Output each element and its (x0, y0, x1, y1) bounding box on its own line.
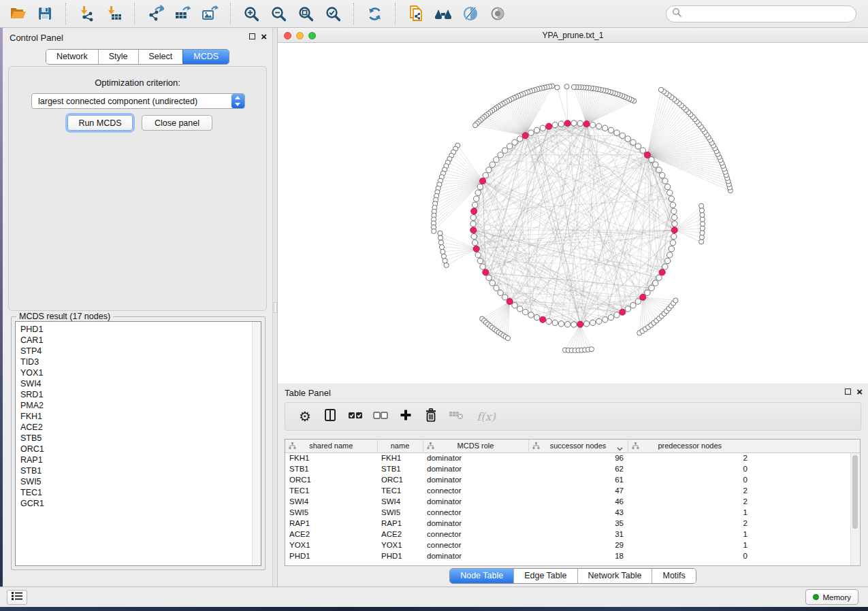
graph-node[interactable] (486, 167, 492, 172)
mcds-result-item[interactable]: YOX1 (20, 367, 261, 378)
table-cell[interactable]: 2 (628, 485, 752, 496)
mcds-result-item[interactable]: SRD1 (20, 389, 261, 400)
open-file-button[interactable] (4, 1, 31, 26)
graph-leaf-node[interactable] (571, 84, 576, 89)
mcds-list-scrollbar[interactable] (252, 322, 261, 565)
tab-select[interactable]: Select (138, 50, 183, 64)
graph-node[interactable] (672, 215, 677, 220)
mcds-result-item[interactable]: GCR1 (20, 498, 261, 509)
table-row[interactable]: FKH1FKH1dominator962 (285, 452, 860, 463)
mcds-result-item[interactable]: TID3 (20, 357, 261, 367)
toggle-graphics-details-button[interactable] (457, 1, 484, 26)
graph-node[interactable] (664, 258, 670, 263)
graph-hub-node[interactable] (640, 294, 646, 300)
graph-node[interactable] (470, 215, 476, 220)
table-cell[interactable]: 29 (528, 540, 628, 550)
graph-node[interactable] (528, 130, 534, 135)
mcds-result-list[interactable]: PHD1CAR1STP4TID3YOX1SWI4SRD1PMA2FKH1ACE2… (15, 321, 261, 566)
graph-node[interactable] (498, 152, 503, 157)
graph-leaf-node[interactable] (444, 263, 449, 267)
graph-node[interactable] (635, 144, 641, 149)
export-table-button[interactable] (169, 1, 196, 26)
column-header-successor-nodes[interactable]: successor nodes (528, 440, 628, 452)
table-cell[interactable]: 0 (628, 474, 752, 485)
table-cell[interactable]: dominator (423, 474, 528, 485)
graph-node[interactable] (502, 295, 507, 300)
close-panel-icon[interactable]: × (261, 33, 267, 40)
graph-node[interactable] (669, 246, 674, 252)
run-mcds-button[interactable]: Run MCDS (67, 115, 133, 131)
float-table-panel-icon[interactable] (845, 389, 851, 395)
graph-node[interactable] (659, 173, 664, 178)
function-builder-button[interactable]: f(x) (471, 406, 501, 427)
table-scrollbar[interactable] (850, 453, 859, 565)
graph-leaf-node[interactable] (555, 85, 560, 90)
graph-leaf-node[interactable] (440, 249, 445, 254)
table-cell[interactable]: ACE2 (377, 529, 423, 540)
graph-hub-node[interactable] (564, 120, 570, 127)
table-cell[interactable]: dominator (423, 518, 528, 529)
graph-node[interactable] (546, 318, 551, 324)
graph-node[interactable] (571, 120, 577, 126)
table-scrollbar-thumb[interactable] (852, 455, 858, 529)
graph-node[interactable] (662, 178, 668, 184)
graph-node[interactable] (507, 144, 512, 149)
tab-mcds[interactable]: MCDS (182, 50, 229, 64)
graph-leaf-node[interactable] (673, 298, 678, 303)
table-cell[interactable]: 43 (528, 507, 628, 518)
graph-node[interactable] (667, 190, 673, 195)
graph-node[interactable] (608, 127, 613, 133)
graph-hub-node[interactable] (507, 298, 513, 304)
graph-node[interactable] (494, 156, 499, 162)
table-cell[interactable]: dominator (423, 452, 528, 463)
graph-node[interactable] (590, 122, 596, 127)
export-network-button[interactable] (142, 1, 169, 26)
table-cell[interactable]: SWI5 (285, 507, 377, 518)
mcds-result-item[interactable]: FKH1 (20, 411, 261, 422)
graph-node[interactable] (625, 136, 630, 142)
graph-hub-node[interactable] (522, 133, 528, 139)
search-network-button[interactable] (430, 1, 457, 26)
import-network-button[interactable] (73, 1, 100, 26)
graph-node[interactable] (552, 122, 558, 127)
table-cell[interactable]: connector (423, 529, 528, 540)
table-cell[interactable]: FKH1 (377, 452, 423, 463)
graph-node[interactable] (523, 309, 528, 314)
graph-node[interactable] (669, 196, 674, 201)
graph-node[interactable] (540, 125, 545, 131)
graph-node[interactable] (630, 139, 636, 145)
split-pane-divider[interactable] (272, 28, 278, 587)
table-cell[interactable]: PHD1 (285, 550, 377, 561)
graph-leaf-node[interactable] (505, 335, 510, 340)
graph-node[interactable] (534, 314, 539, 320)
tab-edge-table[interactable]: Edge Table (513, 569, 577, 583)
graph-node[interactable] (558, 321, 564, 327)
graph-node[interactable] (472, 202, 477, 208)
mcds-result-item[interactable]: CAR1 (20, 335, 261, 346)
graph-leaf-node[interactable] (438, 231, 443, 235)
search-input[interactable] (682, 8, 856, 20)
graph-node[interactable] (470, 221, 476, 227)
table-cell[interactable]: connector (423, 507, 528, 518)
graph-node[interactable] (670, 240, 675, 246)
table-cell[interactable]: RAP1 (377, 518, 423, 529)
graph-node[interactable] (534, 127, 539, 133)
table-cell[interactable]: FKH1 (285, 452, 377, 463)
graph-hub-node[interactable] (583, 121, 590, 127)
mcds-result-item[interactable]: RAP1 (20, 455, 261, 465)
node-table[interactable]: shared name name MCDS role successor nod… (285, 439, 861, 566)
table-cell[interactable]: 2 (628, 452, 752, 463)
table-row[interactable]: ACE2ACE2connector311 (285, 529, 860, 540)
table-row[interactable]: STB1STB1dominator620 (285, 463, 860, 474)
table-cell[interactable]: 35 (528, 518, 628, 529)
graph-node[interactable] (489, 280, 495, 286)
table-row[interactable]: RAP1RAP1dominator352 (285, 518, 860, 529)
graph-node[interactable] (483, 173, 488, 178)
table-cell[interactable]: dominator (423, 496, 528, 507)
graph-node[interactable] (602, 125, 608, 131)
close-table-panel-icon[interactable]: × (856, 388, 863, 395)
mcds-result-item[interactable]: PMA2 (20, 400, 261, 411)
mcds-result-item[interactable]: STP4 (20, 346, 261, 357)
graph-leaf-node[interactable] (699, 203, 704, 208)
graph-node[interactable] (664, 184, 670, 189)
